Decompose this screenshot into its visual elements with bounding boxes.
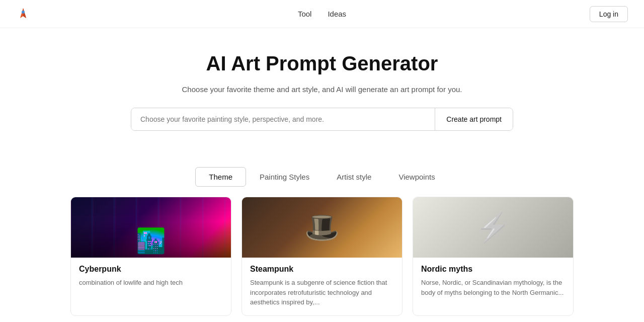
card-steampunk-image: [242, 197, 402, 258]
hero-section: AI Art Prompt Generator Choose your favo…: [0, 28, 644, 147]
tab-artist-style[interactable]: Artist style: [323, 167, 385, 187]
card-cyberpunk-body: Cyberpunk combination of lowlife and hig…: [71, 258, 231, 296]
card-cyberpunk[interactable]: Cyberpunk combination of lowlife and hig…: [70, 197, 231, 316]
cards-grid: Cyberpunk combination of lowlife and hig…: [60, 197, 584, 322]
tab-theme[interactable]: Theme: [195, 167, 246, 187]
nav-tool[interactable]: Tool: [298, 10, 312, 18]
search-bar: Create art prompt: [131, 108, 513, 131]
card-nordic-image: [413, 197, 573, 258]
card-nordic[interactable]: Nordic myths Norse, Nordic, or Scandinav…: [413, 197, 574, 316]
card-cyberpunk-title: Cyberpunk: [79, 265, 223, 274]
card-cyberpunk-desc: combination of lowlife and high tech: [79, 278, 223, 288]
tab-painting-styles[interactable]: Painting Styles: [246, 167, 323, 187]
page-title: AI Art Prompt Generator: [10, 52, 634, 75]
navbar: Tool Ideas Log in: [0, 0, 644, 28]
card-cyberpunk-image: [71, 197, 231, 258]
card-nordic-body: Nordic myths Norse, Nordic, or Scandinav…: [413, 258, 573, 305]
search-input[interactable]: [131, 108, 435, 130]
create-art-prompt-button[interactable]: Create art prompt: [435, 108, 513, 130]
card-nordic-desc: Norse, Nordic, or Scandinavian mythology…: [421, 278, 565, 297]
hero-subtitle: Choose your favorite theme and art style…: [10, 85, 634, 94]
card-steampunk-desc: Steampunk is a subgenre of science ficti…: [250, 278, 394, 307]
nav-links: Tool Ideas: [298, 10, 346, 18]
tabs-container: Theme Painting Styles Artist style Viewp…: [0, 167, 644, 187]
logo[interactable]: [16, 7, 30, 21]
login-button[interactable]: Log in: [590, 6, 628, 22]
card-nordic-title: Nordic myths: [421, 265, 565, 274]
nav-ideas[interactable]: Ideas: [328, 10, 346, 18]
svg-point-0: [22, 11, 25, 14]
tab-viewpoints[interactable]: Viewpoints: [385, 167, 448, 187]
card-steampunk-body: Steampunk Steampunk is a subgenre of sci…: [242, 258, 402, 315]
card-steampunk[interactable]: Steampunk Steampunk is a subgenre of sci…: [242, 197, 403, 316]
card-steampunk-title: Steampunk: [250, 265, 394, 274]
